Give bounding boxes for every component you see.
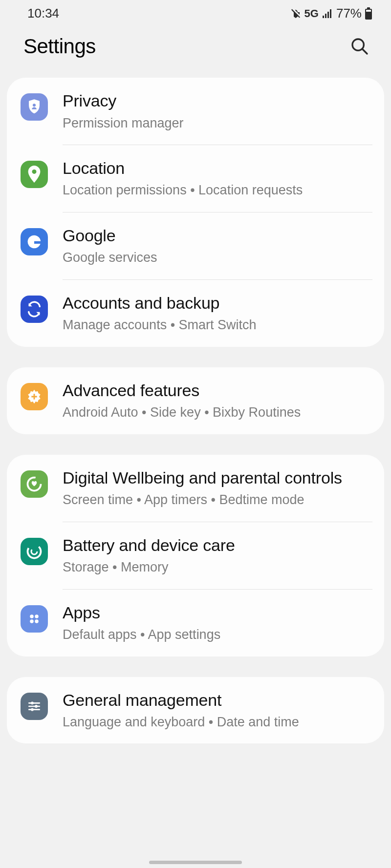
svg-point-10 [31, 549, 37, 554]
svg-point-9 [25, 543, 43, 560]
network-label: 5G [304, 7, 319, 20]
battery-care-icon [21, 538, 48, 565]
settings-item-google[interactable]: Google Google services [7, 212, 384, 279]
privacy-icon [21, 93, 48, 121]
svg-point-11 [30, 614, 34, 618]
settings-group-4: General management Language and keyboard… [7, 677, 384, 744]
settings-item-general[interactable]: General management Language and keyboard… [7, 677, 384, 744]
svg-rect-2 [366, 12, 371, 19]
svg-line-5 [362, 49, 367, 54]
item-title: Google [63, 225, 372, 246]
item-subtitle: Android Auto • Side key • Bixby Routines [63, 403, 372, 421]
item-subtitle: Screen time • App timers • Bedtime mode [63, 491, 372, 508]
item-subtitle: Default apps • App settings [63, 626, 372, 643]
apps-icon [21, 605, 48, 633]
svg-point-16 [31, 701, 34, 704]
advanced-features-icon [21, 383, 48, 410]
svg-point-20 [31, 708, 34, 711]
svg-rect-1 [367, 7, 370, 9]
text-wrap: Privacy Permission manager [63, 90, 372, 132]
svg-point-7 [32, 169, 37, 174]
item-title: General management [63, 690, 372, 711]
page-title: Settings [23, 35, 96, 58]
svg-point-14 [35, 619, 39, 623]
item-title: Apps [63, 602, 372, 623]
navigation-handle[interactable] [149, 861, 242, 864]
svg-point-12 [35, 614, 39, 618]
item-subtitle: Permission manager [63, 114, 372, 132]
item-subtitle: Manage accounts • Smart Switch [63, 316, 372, 334]
text-wrap: Digital Wellbeing and parental controls … [63, 467, 372, 509]
item-title: Accounts and backup [63, 293, 372, 314]
settings-item-apps[interactable]: Apps Default apps • App settings [7, 590, 384, 656]
status-time: 10:34 [27, 6, 59, 21]
text-wrap: General management Language and keyboard… [63, 690, 372, 731]
general-management-icon [21, 693, 48, 720]
item-title: Battery and device care [63, 535, 372, 556]
settings-group-1: Privacy Permission manager Location Loca… [7, 78, 384, 347]
status-right: 5G 77% [290, 6, 372, 21]
item-title: Privacy [63, 90, 372, 111]
settings-item-privacy[interactable]: Privacy Permission manager [7, 78, 384, 145]
item-subtitle: Storage • Memory [63, 558, 372, 576]
text-wrap: Location Location permissions • Location… [63, 158, 372, 199]
search-button[interactable] [349, 36, 370, 57]
svg-point-6 [33, 104, 36, 106]
text-wrap: Battery and device care Storage • Memory [63, 535, 372, 576]
signal-icon [322, 8, 333, 19]
item-title: Advanced features [63, 380, 372, 401]
settings-group-3: Digital Wellbeing and parental controls … [7, 455, 384, 656]
battery-label: 77% [336, 6, 362, 21]
svg-rect-3 [366, 10, 371, 12]
wellbeing-icon [21, 470, 48, 498]
search-icon [350, 37, 369, 56]
battery-icon [365, 7, 372, 20]
svg-point-18 [35, 705, 38, 708]
text-wrap: Accounts and backup Manage accounts • Sm… [63, 293, 372, 334]
mute-icon [290, 8, 302, 20]
header: Settings [0, 26, 391, 78]
item-subtitle: Location permissions • Location requests [63, 181, 372, 199]
text-wrap: Google Google services [63, 225, 372, 267]
item-title: Location [63, 158, 372, 179]
settings-item-battery[interactable]: Battery and device care Storage • Memory [7, 522, 384, 589]
location-icon [21, 161, 48, 188]
accounts-backup-icon [21, 296, 48, 323]
item-title: Digital Wellbeing and parental controls [63, 467, 372, 488]
settings-group-2: Advanced features Android Auto • Side ke… [7, 367, 384, 434]
status-bar: 10:34 5G 77% [0, 0, 391, 26]
settings-item-location[interactable]: Location Location permissions • Location… [7, 145, 384, 212]
google-icon [21, 228, 48, 255]
text-wrap: Apps Default apps • App settings [63, 602, 372, 644]
text-wrap: Advanced features Android Auto • Side ke… [63, 380, 372, 422]
svg-point-13 [30, 619, 34, 623]
item-subtitle: Google services [63, 249, 372, 266]
settings-item-wellbeing[interactable]: Digital Wellbeing and parental controls … [7, 455, 384, 522]
item-subtitle: Language and keyboard • Date and time [63, 713, 372, 731]
settings-item-advanced[interactable]: Advanced features Android Auto • Side ke… [7, 367, 384, 434]
settings-item-accounts[interactable]: Accounts and backup Manage accounts • Sm… [7, 280, 384, 347]
